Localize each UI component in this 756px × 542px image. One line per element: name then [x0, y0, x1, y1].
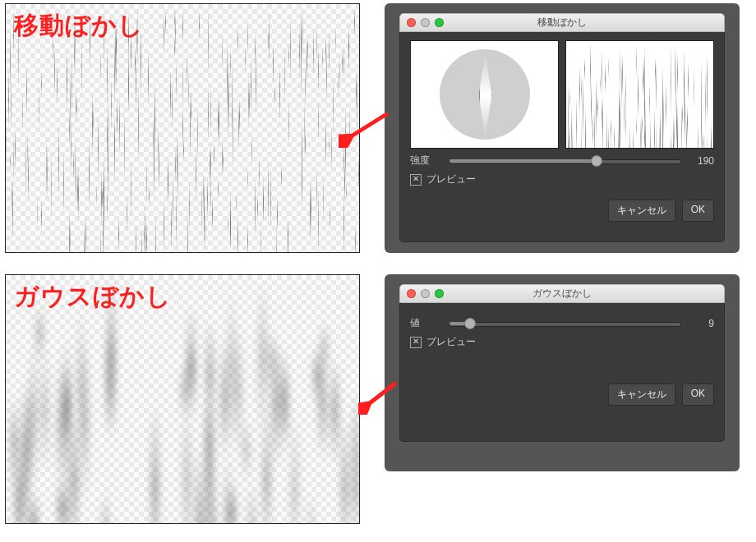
strength-label: 強度	[410, 154, 441, 168]
canvas-motion-blur: 移動ぼかし	[5, 3, 360, 253]
value-row: 値 9	[400, 311, 724, 332]
arrow-icon	[358, 378, 403, 415]
dialog-body: 強度 190 ✕ プレビュー キャンセル OK	[399, 32, 725, 242]
strength-row: 強度 190	[400, 149, 724, 169]
value-value: 9	[689, 318, 714, 329]
angle-dial-preview[interactable]	[410, 40, 559, 149]
dialog-body: 値 9 ✕ プレビュー キャンセル OK	[399, 303, 725, 442]
ok-button[interactable]: OK	[682, 384, 714, 406]
svg-line-0	[348, 113, 388, 138]
button-row: キャンセル OK	[400, 379, 724, 416]
value-label: 値	[410, 316, 441, 330]
slider-fill	[449, 159, 597, 163]
slider-thumb[interactable]	[464, 318, 476, 329]
motion-blur-dialog-outer: 移動ぼかし 強度 190	[385, 3, 740, 253]
preview-row: ✕ プレビュー	[400, 169, 724, 195]
dialog-title: ガウスぼかし	[400, 287, 724, 301]
canvas-gaussian-blur: ガウスぼかし	[5, 274, 360, 524]
cancel-button[interactable]: キャンセル	[608, 200, 675, 222]
gaussian-blur-streaks	[6, 275, 359, 523]
button-row: キャンセル OK	[400, 195, 724, 232]
titlebar[interactable]: ガウスぼかし	[399, 284, 725, 303]
dialog-title: 移動ぼかし	[400, 16, 724, 30]
preview-checkbox[interactable]: ✕	[410, 337, 422, 348]
slider-thumb[interactable]	[591, 155, 602, 167]
svg-line-1	[366, 383, 396, 406]
value-slider[interactable]	[449, 317, 681, 330]
motion-blur-dialog: 移動ぼかし 強度 190	[399, 13, 725, 243]
slider-track	[449, 322, 681, 327]
titlebar[interactable]: 移動ぼかし	[399, 13, 725, 32]
preview-panes	[400, 32, 724, 149]
tutorial-composite: 移動ぼかし ガウスぼかし 移動ぼかし	[0, 0, 756, 542]
result-preview	[565, 40, 714, 149]
motion-blur-streaks	[6, 4, 359, 252]
cancel-button[interactable]: キャンセル	[608, 384, 675, 406]
strength-slider[interactable]	[449, 154, 681, 168]
strength-value: 190	[689, 155, 714, 167]
preview-checkbox-label: プレビュー	[426, 172, 476, 186]
gaussian-blur-dialog-outer: ガウスぼかし 値 9 ✕ プレビュー	[385, 274, 740, 471]
preview-row: ✕ プレビュー	[400, 332, 724, 357]
ok-button[interactable]: OK	[682, 200, 714, 222]
gaussian-blur-dialog: ガウスぼかし 値 9 ✕ プレビュー	[399, 284, 725, 442]
arrow-icon	[339, 107, 396, 148]
preview-checkbox[interactable]: ✕	[410, 174, 422, 186]
preview-checkbox-label: プレビュー	[426, 335, 476, 349]
